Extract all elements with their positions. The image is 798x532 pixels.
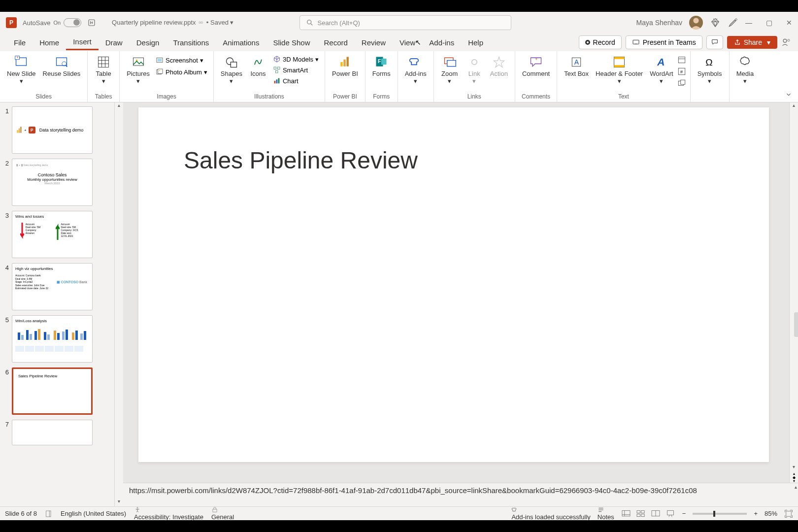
scroll-up-icon[interactable]: ▴: [790, 102, 798, 110]
user-name[interactable]: Maya Shenhav: [636, 19, 682, 27]
forms-button[interactable]: FForms: [369, 53, 394, 78]
addins-button[interactable]: Add-ins ▾: [402, 53, 430, 86]
notes-pane[interactable]: https://msit.powerbi.com/links/d2W874ZJO…: [123, 483, 798, 506]
minimize-button[interactable]: —: [745, 19, 752, 27]
menu-design[interactable]: Design: [130, 35, 166, 50]
svg-rect-6: [633, 40, 639, 44]
autosave-toggle[interactable]: AutoSave On: [23, 18, 81, 27]
wordart-button[interactable]: AWordArt ▾: [647, 53, 676, 86]
addins-status[interactable]: Add-ins loaded successfully: [511, 506, 590, 521]
menu-insert[interactable]: Insert: [66, 34, 99, 50]
photo-album-button[interactable]: Photo Album ▾: [154, 67, 209, 77]
zoom-slider[interactable]: [693, 513, 747, 515]
present-teams-button[interactable]: Present in Teams: [626, 35, 702, 49]
table-button[interactable]: Table ▾: [92, 53, 115, 86]
new-slide-button[interactable]: +New Slide ▾: [4, 53, 39, 86]
shapes-button[interactable]: Shapes ▾: [218, 53, 245, 86]
slide-number-icon[interactable]: #: [677, 67, 686, 76]
maximize-button[interactable]: ▢: [766, 19, 772, 27]
menu-slideshow[interactable]: Slide Show: [266, 35, 317, 50]
scroll-down-icon[interactable]: ▾: [790, 464, 798, 472]
menu-transitions[interactable]: Transitions: [166, 35, 216, 50]
spellcheck-icon[interactable]: [45, 510, 53, 518]
language-status[interactable]: English (United States): [61, 510, 126, 517]
menu-draw[interactable]: Draw: [99, 35, 130, 50]
share-button[interactable]: Share ▾: [727, 36, 777, 49]
thumb-slide-3[interactable]: Wins and losses AccountDeal size: 5MComp…: [12, 211, 93, 258]
pictures-button[interactable]: Pictures ▾: [124, 53, 153, 86]
normal-view-button[interactable]: [621, 510, 631, 518]
slide-canvas[interactable]: Sales Pipeline Review: [138, 107, 769, 462]
sensitivity-status[interactable]: General: [211, 506, 234, 521]
menu-home[interactable]: Home: [33, 35, 66, 50]
notes-toggle[interactable]: Notes: [598, 506, 614, 521]
chart-button[interactable]: Chart: [271, 76, 321, 86]
thumb-slide-4[interactable]: High viz opportunities Account: Contoso …: [12, 263, 93, 310]
menu-record[interactable]: Record: [317, 35, 354, 50]
thumb-slide-2[interactable]: ▮ + ▮ Data storytelling demo Contoso Sal…: [12, 159, 93, 206]
record-button[interactable]: Record: [579, 35, 622, 49]
svg-text:#: #: [680, 69, 683, 74]
symbols-button[interactable]: ΩSymbols ▾: [695, 53, 725, 86]
thumb-slide-5[interactable]: Win/Loss analysis: [12, 315, 93, 363]
3d-models-button[interactable]: 3D Models ▾: [271, 54, 321, 64]
svg-text:A: A: [574, 58, 579, 66]
slide-title[interactable]: Sales Pipeline Review: [184, 147, 724, 174]
close-button[interactable]: ✕: [786, 19, 792, 27]
zoom-in-button[interactable]: +: [754, 510, 758, 517]
powerbi-button[interactable]: Power BI: [329, 53, 361, 78]
notes-scroll-up[interactable]: ▴: [795, 484, 797, 490]
menu-view[interactable]: View: [393, 35, 422, 50]
thumbs-scrollbar[interactable]: ▴ ▾: [114, 102, 123, 506]
fit-to-window-button[interactable]: [784, 509, 793, 518]
scroll-up-icon[interactable]: ▴: [115, 102, 123, 110]
reading-view-button[interactable]: [651, 510, 661, 518]
object-icon[interactable]: [677, 79, 686, 88]
date-time-icon[interactable]: [677, 55, 686, 64]
menu-file[interactable]: File: [7, 35, 33, 50]
avatar[interactable]: [689, 16, 703, 30]
zoom-level[interactable]: 85%: [765, 510, 777, 517]
zoom-button[interactable]: Zoom ▾: [438, 53, 462, 86]
sorter-view-button[interactable]: [636, 510, 646, 518]
reuse-slides-button[interactable]: Reuse Slides: [40, 53, 84, 78]
zoom-out-button[interactable]: −: [682, 510, 686, 517]
action-button[interactable]: Action: [487, 53, 511, 78]
slide-counter[interactable]: Slide 6 of 8: [5, 510, 37, 517]
group-comments-label: Comments: [522, 92, 550, 101]
menu-animations[interactable]: Animations: [216, 35, 266, 50]
icons-button[interactable]: Icons: [246, 53, 270, 78]
menu-addins[interactable]: Add-ins: [422, 35, 461, 50]
search-input[interactable]: Search (Alt+Q): [299, 15, 511, 30]
down-arrow-icon: [20, 223, 24, 240]
document-title[interactable]: Quarterly pipeline review.pptx • Saved ▾: [112, 19, 233, 27]
canvas-scrollbar[interactable]: ▴ ▾ ▴◆▾: [789, 102, 798, 483]
pane-collapse-handle[interactable]: [794, 312, 798, 337]
svg-rect-49: [614, 65, 625, 67]
svg-rect-64: [21, 335, 24, 340]
menu-help[interactable]: Help: [461, 35, 490, 50]
coauthor-icon[interactable]: [781, 37, 791, 47]
accessibility-status[interactable]: Accessibility: Investigate: [134, 506, 203, 521]
svg-rect-30: [274, 67, 276, 69]
notes-text[interactable]: https://msit.powerbi.com/links/d2W874ZJO…: [129, 486, 697, 495]
screenshot-button[interactable]: Screenshot ▾: [154, 55, 209, 65]
sync-icon[interactable]: [87, 18, 96, 27]
ribbon-collapse-button[interactable]: [785, 91, 792, 98]
menu-review[interactable]: Review: [355, 35, 393, 50]
smartart-button[interactable]: SmartArt: [271, 65, 321, 75]
slide-thumbnails-panel[interactable]: 1 + P Data storytelling demo 2 ▮ + ▮ Dat…: [0, 102, 114, 506]
slideshow-view-button[interactable]: [665, 510, 675, 518]
textbox-button[interactable]: AText Box: [561, 53, 592, 78]
thumb-slide-1[interactable]: + P Data storytelling demo: [12, 106, 93, 154]
pen-icon[interactable]: [728, 17, 738, 28]
link-button[interactable]: Link ▾: [463, 53, 486, 86]
comment-button[interactable]: +Comment: [519, 53, 553, 78]
header-footer-button[interactable]: Header & Footer ▾: [593, 53, 646, 86]
media-button[interactable]: Media ▾: [733, 53, 757, 86]
scroll-down-icon[interactable]: ▾: [115, 499, 123, 506]
thumb-slide-6[interactable]: Sales Pipeline Review: [12, 367, 93, 415]
diamond-icon[interactable]: [710, 17, 721, 28]
thumb-slide-7[interactable]: [12, 420, 93, 445]
comments-toggle[interactable]: [706, 35, 723, 49]
